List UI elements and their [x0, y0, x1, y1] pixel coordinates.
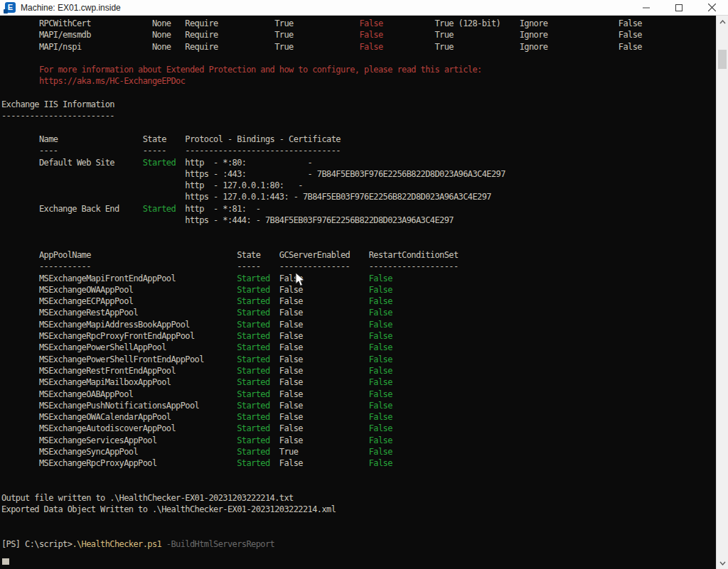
- terminal-line: Default Web Site Started http - *:80: -: [1, 158, 642, 169]
- terminal-line: MSExchangeECPAppPool Started False False: [1, 296, 642, 308]
- terminal-line: MSExchangeOWACalendarAppPool Started Fal…: [1, 412, 642, 423]
- terminal-line: Name State Protocol - Bindings - Certifi…: [1, 134, 642, 146]
- terminal-line: MSExchangeMapiMailboxAppPool Started Fal…: [1, 377, 642, 389]
- minimize-button[interactable]: [630, 0, 663, 16]
- terminal-line: https - :443: - 7B84F5EB03F976E2256B822D…: [1, 169, 642, 180]
- maximize-icon: [675, 4, 682, 11]
- terminal-line: MSExchangeRestFrontEndAppPool Started Fa…: [1, 366, 642, 377]
- terminal-line: ------------------------: [1, 111, 642, 122]
- terminal-line: ----------- ----- --------------- ------…: [1, 261, 642, 273]
- terminal-line: MSExchangePowerShellAppPool Started Fals…: [1, 342, 642, 354]
- terminal-line: https - 127.0.0.1:443: - 7B84F5EB03F976E…: [1, 192, 642, 203]
- scrollbar-up-button[interactable]: [717, 16, 728, 28]
- terminal-line: [PS] C:\script>.\HealthChecker.ps1 -Buil…: [1, 539, 642, 551]
- scrollbar-down-button[interactable]: [717, 557, 728, 569]
- terminal-line: [1, 528, 642, 539]
- terminal-line: MSExchangePushNotificationsAppPool Start…: [1, 401, 642, 412]
- terminal-line: MAPI/nspi None Require True False True I…: [1, 42, 642, 53]
- terminal-line: AppPoolName State GCServerEnabled Restar…: [1, 250, 642, 261]
- vertical-scrollbar[interactable]: [716, 16, 728, 569]
- maximize-button[interactable]: [663, 0, 695, 16]
- terminal-line: MSExchangeRpcProxyFrontEndAppPool Starte…: [1, 331, 642, 342]
- terminal[interactable]: RPCWithCert None Require True False True…: [0, 16, 716, 569]
- terminal-cursor: [2, 558, 9, 565]
- terminal-line: MSExchangeAutodiscoverAppPool Started Fa…: [1, 423, 642, 435]
- terminal-line: [1, 482, 642, 493]
- terminal-line: Exchange Back End Started http - *:81: -: [1, 204, 642, 215]
- terminal-line: MSExchangeMapiFrontEndAppPool Started Fa…: [1, 273, 642, 285]
- terminal-line: MSExchangeRpcProxyAppPool Started False …: [1, 458, 642, 470]
- terminal-line: Output file written to .\HealthChecker-E…: [1, 493, 642, 504]
- close-button[interactable]: [695, 0, 728, 16]
- terminal-line: MSExchangeOWAAppPool Started False False: [1, 285, 642, 296]
- terminal-line: ---- ----- -----------------------------…: [1, 146, 642, 157]
- minimize-icon: [643, 4, 650, 11]
- window-titlebar: Machine: EX01.cwp.inside: [0, 0, 728, 16]
- terminal-line: Exchange IIS Information: [1, 99, 642, 111]
- terminal-line: http - 127.0.0.1:80: -: [1, 180, 642, 192]
- window-title: Machine: EX01.cwp.inside: [21, 3, 630, 13]
- chevron-up-icon: [719, 20, 726, 24]
- terminal-line: MSExchangePowerShellFrontEndAppPool Star…: [1, 354, 642, 366]
- terminal-line: MSExchangeMapiAddressBookAppPool Started…: [1, 320, 642, 331]
- terminal-line: MSExchangeServicesAppPool Started False …: [1, 435, 642, 447]
- terminal-line: MSExchangeOABAppPool Started False False: [1, 389, 642, 401]
- terminal-line: [1, 470, 642, 482]
- exchange-icon: [5, 2, 16, 13]
- terminal-line: For more information about Extended Prot…: [1, 65, 642, 76]
- terminal-line: [1, 516, 642, 528]
- terminal-line: MSExchangeRestAppPool Started False Fals…: [1, 308, 642, 319]
- terminal-output: RPCWithCert None Require True False True…: [1, 18, 642, 563]
- terminal-line: RPCWithCert None Require True False True…: [1, 18, 642, 30]
- terminal-line: MAPI/emsmdb None Require True False True…: [1, 30, 642, 41]
- chevron-down-icon: [719, 561, 726, 565]
- terminal-line: [1, 551, 642, 563]
- screen: { "window": { "title": "Machine: EX01.cw…: [0, 0, 728, 569]
- terminal-line: https://aka.ms/HC-ExchangeEPDoc: [1, 76, 642, 87]
- terminal-line: [1, 88, 642, 99]
- scrollbar-thumb[interactable]: [718, 50, 727, 69]
- terminal-line: https - *:444: - 7B84F5EB03F976E2256B822…: [1, 215, 642, 227]
- terminal-line: [1, 239, 642, 250]
- close-icon: [708, 4, 716, 11]
- terminal-line: [1, 227, 642, 238]
- terminal-line: [1, 53, 642, 65]
- terminal-line: MSExchangeSyncAppPool Started True False: [1, 447, 642, 458]
- terminal-line: [1, 123, 642, 134]
- terminal-line: Exported Data Object Written to .\Health…: [1, 504, 642, 516]
